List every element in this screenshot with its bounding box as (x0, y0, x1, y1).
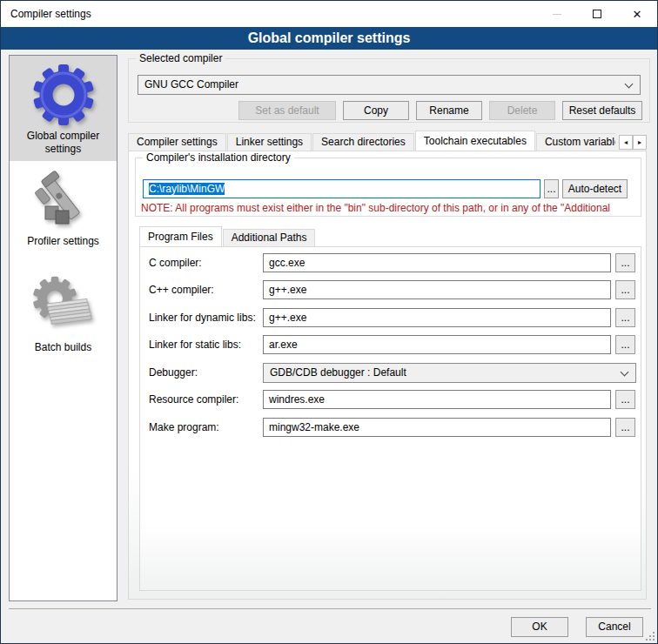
caliper-icon (31, 168, 96, 232)
copy-button[interactable]: Copy (343, 101, 409, 120)
window-title: Compiler settings (10, 1, 91, 27)
group-label: Compiler's installation directory (143, 151, 294, 164)
field-label: Linker for dynamic libs: (149, 308, 256, 327)
selected-compiler-select[interactable]: GNU GCC Compiler (138, 75, 641, 95)
c-compiler-input[interactable]: gcc.exe (263, 253, 611, 272)
close-button[interactable]: ✕ (617, 1, 657, 27)
compiler-settings-dialog: Compiler settings ✕ Global compiler sett… (0, 0, 658, 644)
arrow-left-icon: ◂ (624, 138, 628, 146)
tab-scroll-left-button[interactable]: ◂ (619, 135, 633, 150)
note-text: NOTE: All programs must exist either in … (141, 202, 639, 214)
debugger-select[interactable]: GDB/CDB debugger : Default (263, 363, 636, 383)
gear-blue-icon (31, 63, 96, 127)
minimize-icon (553, 14, 561, 15)
sidebar-item-profiler-settings[interactable]: Profiler settings (10, 161, 117, 253)
footer-divider (9, 608, 651, 609)
set-as-default-button[interactable]: Set as default (238, 101, 336, 120)
sidebar-item-label: Batch builds (10, 341, 117, 354)
tab-program-files[interactable]: Program Files (139, 226, 222, 246)
program-files-page: C compiler: gcc.exe ... C++ compiler: g+… (139, 246, 641, 591)
chevron-down-icon (625, 80, 634, 89)
field-label: Debugger: (149, 363, 198, 382)
tab-linker-settings[interactable]: Linker settings (227, 133, 312, 151)
field-label: Make program: (149, 418, 219, 437)
sidebar-item-label: Profiler settings (10, 235, 117, 248)
ok-button[interactable]: OK (511, 617, 568, 637)
tab-search-directories[interactable]: Search directories (312, 133, 414, 151)
minimize-button[interactable] (537, 1, 577, 27)
cancel-button[interactable]: Cancel (586, 617, 643, 637)
rename-button[interactable]: Rename (416, 101, 482, 120)
arrow-right-icon: ▸ (638, 138, 641, 146)
c-compiler-browse-button[interactable]: ... (615, 253, 635, 272)
tab-custom-variables[interactable]: Custom variables (536, 133, 615, 151)
cpp-compiler-browse-button[interactable]: ... (615, 280, 635, 299)
make-program-input[interactable]: mingw32-make.exe (263, 418, 611, 437)
field-label: C compiler: (149, 253, 202, 272)
install-dir-browse-button[interactable]: ... (544, 179, 559, 198)
maximize-button[interactable] (577, 1, 617, 27)
dynamic-linker-input[interactable]: g++.exe (263, 308, 611, 327)
sidebar-item-global-compiler-settings[interactable]: Global compiler settings (10, 56, 117, 161)
resize-grip[interactable] (646, 632, 655, 641)
titlebar: Compiler settings ✕ (1, 1, 657, 27)
auto-detect-button[interactable]: Auto-detect (562, 179, 628, 198)
compiler-notebook: Compiler settings Linker settings Search… (128, 131, 647, 600)
reset-defaults-button[interactable]: Reset defaults (562, 101, 642, 120)
tab-compiler-settings[interactable]: Compiler settings (128, 133, 226, 151)
program-files-notebook: Program Files Additional Paths C compile… (139, 226, 641, 591)
page-title: Global compiler settings (1, 27, 657, 50)
close-icon: ✕ (633, 9, 642, 20)
chevron-down-icon (621, 368, 629, 377)
installation-directory-group: Compiler's installation directory C:\ray… (135, 158, 641, 217)
static-linker-browse-button[interactable]: ... (615, 335, 635, 354)
tab-scroll-right-button[interactable]: ▸ (633, 135, 647, 150)
selected-compiler-group: Selected compiler GNU GCC Compiler Set a… (128, 58, 650, 123)
field-label: Linker for static libs: (149, 335, 241, 354)
field-label: C++ compiler: (149, 280, 214, 299)
resource-compiler-browse-button[interactable]: ... (615, 390, 635, 409)
cpp-compiler-input[interactable]: g++.exe (263, 280, 611, 299)
resource-compiler-input[interactable]: windres.exe (263, 390, 611, 409)
static-linker-input[interactable]: ar.exe (263, 335, 611, 354)
toolchain-executables-page: Compiler's installation directory C:\ray… (128, 151, 647, 600)
delete-button[interactable]: Delete (489, 101, 555, 120)
make-program-browse-button[interactable]: ... (615, 418, 635, 437)
field-label: Resource compiler: (149, 390, 238, 409)
install-dir-input[interactable]: C:\raylib\MinGW (143, 179, 540, 198)
sidebar-item-batch-builds[interactable]: Batch builds (10, 267, 117, 359)
dynamic-linker-browse-button[interactable]: ... (615, 308, 635, 327)
sidebar-item-label: Global compiler settings (10, 130, 117, 156)
group-label: Selected compiler (136, 52, 225, 64)
gear-stack-icon (31, 274, 96, 339)
settings-category-list: Global compiler settings Profiler settin… (9, 55, 118, 601)
tab-additional-paths[interactable]: Additional Paths (223, 229, 316, 246)
maximize-icon (593, 10, 601, 18)
tab-toolchain-executables[interactable]: Toolchain executables (415, 131, 535, 151)
